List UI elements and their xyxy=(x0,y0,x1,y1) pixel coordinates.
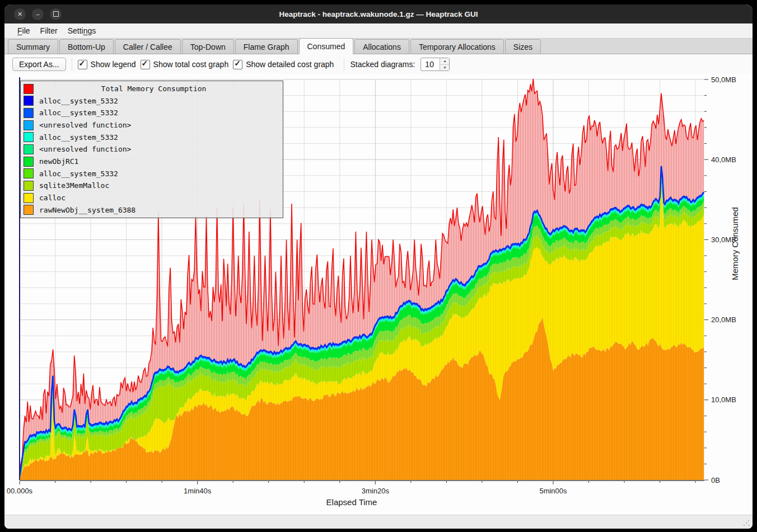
y-axis-title: Memory Consumed xyxy=(730,207,740,280)
legend-label: calloc xyxy=(39,194,66,202)
svg-text:10,0MB: 10,0MB xyxy=(711,396,736,404)
checkbox-show-legend[interactable]: Show legend xyxy=(78,60,136,69)
menu-settings[interactable]: Settings xyxy=(63,25,101,37)
legend-item: <unresolved function> xyxy=(21,144,283,155)
total-swatch xyxy=(24,84,34,94)
status-bar xyxy=(4,515,753,529)
legend-label: newObjRC1 xyxy=(39,157,78,166)
legend-item: alloc__system_5332 xyxy=(21,168,283,179)
tab-summary[interactable]: Summary xyxy=(8,39,58,54)
menu-file[interactable]: File xyxy=(12,25,35,37)
checkbox-show-total-cost-graph[interactable]: Show total cost graph xyxy=(141,60,229,69)
legend-label: sqlite3MemMalloc xyxy=(39,181,109,190)
legend-label: rawNewObj__system_6388 xyxy=(39,206,135,214)
tab-flame-graph[interactable]: Flame Graph xyxy=(235,39,298,54)
legend-swatch xyxy=(24,108,34,118)
legend-item: alloc__system_5332 xyxy=(21,95,283,106)
legend-item: <unresolved function> xyxy=(21,120,283,131)
tab-sizes[interactable]: Sizes xyxy=(505,39,541,54)
legend-item: alloc__system_5332 xyxy=(21,107,283,119)
checkbox-label: Show legend xyxy=(91,60,136,69)
toolbar-separator xyxy=(72,58,72,70)
toolbar-separator xyxy=(344,58,344,70)
legend-label: <unresolved function> xyxy=(39,145,131,153)
legend-item: sqlite3MemMalloc xyxy=(21,180,283,191)
title-bar[interactable]: ✕– Heaptrack - heaptrack.wakunode.1.gz —… xyxy=(4,4,753,23)
tab-top-down[interactable]: Top-Down xyxy=(182,39,234,54)
legend-swatch xyxy=(24,193,34,203)
legend-swatch xyxy=(24,157,34,167)
svg-text:0B: 0B xyxy=(711,476,720,484)
checkbox-label: Show detailed cost graph xyxy=(246,60,334,69)
legend-swatch xyxy=(24,96,34,106)
legend-label: alloc__system_5332 xyxy=(39,109,118,117)
menu-filter[interactable]: Filter xyxy=(35,25,63,37)
legend-item: calloc xyxy=(21,192,283,204)
svg-text:3min20s: 3min20s xyxy=(362,487,390,495)
spinner-down-icon[interactable]: ▼ xyxy=(440,65,449,71)
tab-temporary-allocations[interactable]: Temporary Allocations xyxy=(410,39,504,54)
checkbox-show-detailed-cost-graph[interactable]: Show detailed cost graph xyxy=(233,60,334,69)
legend-label: alloc__system_5332 xyxy=(39,170,118,178)
consumed-chart: 00.000s1min40s3min20s5min00s0B10,0MB20,0… xyxy=(4,74,753,515)
checkbox-label: Show total cost graph xyxy=(153,60,229,69)
legend-swatch xyxy=(24,205,34,215)
toolbar: Export As... Show legendShow total cost … xyxy=(4,54,753,74)
app-window: ✕– Heaptrack - heaptrack.wakunode.1.gz —… xyxy=(4,4,753,529)
tab-bottom-up[interactable]: Bottom-Up xyxy=(59,39,114,54)
tab-bar: SummaryBottom-UpCaller / CalleeTop-DownF… xyxy=(4,39,753,54)
tab-allocations[interactable]: Allocations xyxy=(354,39,409,54)
legend-swatch xyxy=(24,168,34,178)
checkbox-icon[interactable] xyxy=(78,60,87,69)
checkbox-icon[interactable] xyxy=(141,60,150,69)
checkbox-icon[interactable] xyxy=(233,60,242,69)
export-as-button[interactable]: Export As... xyxy=(12,58,66,71)
legend-item: alloc__system_5332 xyxy=(21,131,283,143)
legend-label: alloc__system_5332 xyxy=(39,133,118,142)
svg-text:50,0MB: 50,0MB xyxy=(711,76,736,84)
resize-grip-icon[interactable] xyxy=(742,519,750,527)
checkbox-group: Show legendShow total cost graphShow det… xyxy=(78,60,339,69)
legend-swatch xyxy=(24,120,34,130)
legend-title-row: Total Memory Consumption xyxy=(21,83,283,95)
legend-label: alloc__system_5332 xyxy=(39,97,118,105)
svg-text:00.000s: 00.000s xyxy=(7,487,33,495)
legend-title: Total Memory Consumption xyxy=(39,84,268,93)
tab-consumed[interactable]: Consumed xyxy=(299,38,354,54)
spinner-up-icon[interactable]: ▲ xyxy=(440,58,449,65)
chart-legend[interactable]: Total Memory Consumption alloc__system_5… xyxy=(20,81,283,218)
stacked-diagrams-label: Stacked diagrams: xyxy=(350,60,415,69)
svg-text:20,0MB: 20,0MB xyxy=(711,316,736,324)
legend-swatch xyxy=(24,132,34,142)
spinner-value[interactable]: 10 xyxy=(421,58,440,70)
legend-item: newObjRC1 xyxy=(21,156,283,167)
legend-item: rawNewObj__system_6388 xyxy=(21,204,283,215)
stacked-diagrams-spinner[interactable]: 10 ▲▼ xyxy=(420,58,450,71)
legend-swatch xyxy=(24,144,34,154)
tab-caller-callee[interactable]: Caller / Callee xyxy=(115,39,181,54)
svg-text:1min40s: 1min40s xyxy=(184,487,212,495)
svg-text:5min00s: 5min00s xyxy=(539,487,567,495)
window-title: Heaptrack - heaptrack.wakunode.1.gz — He… xyxy=(4,10,753,18)
menu-bar: FileFilterSettings xyxy=(4,23,753,39)
legend-label: <unresolved function> xyxy=(39,121,131,129)
legend-swatch xyxy=(24,181,34,191)
x-axis-title: Elapsed Time xyxy=(4,497,699,507)
svg-text:40,0MB: 40,0MB xyxy=(711,156,736,164)
